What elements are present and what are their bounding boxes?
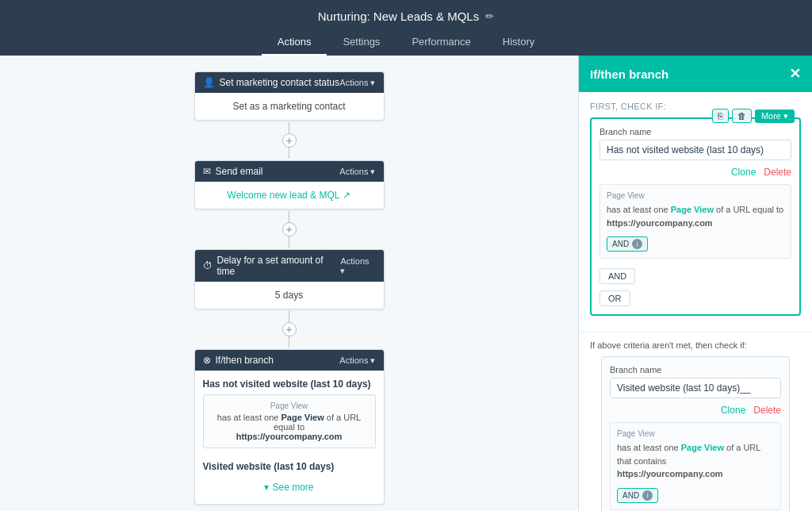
info-icon-2[interactable]: i	[642, 490, 653, 501]
panel-header: If/then branch ✕	[579, 56, 812, 92]
connector-line	[289, 311, 289, 322]
connector-line	[289, 336, 289, 348]
card-marketing-header: 👤 Set marketing contact status Actions ▾	[195, 72, 384, 93]
branch2-filter: Page View has at least one Page View of …	[610, 422, 781, 510]
tab-performance[interactable]: Performance	[396, 29, 486, 56]
branch1-name-label: Branch name	[599, 127, 791, 136]
panel-title: If/then branch	[590, 67, 668, 81]
condition-url: https://yourcompany.com	[236, 432, 343, 441]
second-check-label: If above criteria aren't met, then check…	[590, 340, 801, 350]
filter2-type: Page View	[617, 429, 774, 438]
add-step-btn-3[interactable]: +	[282, 322, 297, 336]
branch1-and-btn[interactable]: AND	[599, 268, 635, 284]
see-more-btn[interactable]: ▾ See more	[203, 477, 376, 496]
copy-icon-btn[interactable]: ⎘	[712, 109, 729, 123]
and-label: AND	[612, 240, 629, 248]
filter1-url: https://yourcompany.com	[607, 218, 713, 228]
close-icon[interactable]: ✕	[789, 65, 801, 83]
card-marketing-label: Set marketing contact status	[220, 77, 339, 88]
external-link-icon: ↗	[343, 190, 350, 201]
filter1-and-row: AND i	[607, 233, 784, 252]
branch2-delete[interactable]: Delete	[753, 405, 781, 416]
card-email-header: ✉ Send email Actions ▾	[195, 161, 384, 182]
card-branch-header: ⊗ If/then branch Actions ▾	[195, 350, 384, 371]
branch2-title: Visited website (last 10 days)	[203, 461, 376, 472]
card-delay: ⏱ Delay for a set amount of time Actions…	[194, 249, 385, 309]
add-step-btn-2[interactable]: +	[282, 222, 297, 236]
second-check-section: If above criteria aren't met, then check…	[579, 332, 812, 511]
connector-line	[289, 236, 289, 248]
card-marketing-text: Set as a marketing contact	[232, 101, 345, 112]
branch1-name-input[interactable]	[599, 140, 791, 160]
branch1-block: ⎘ 🗑 More ▾ Branch name Clone Delete Page…	[590, 117, 801, 316]
card-delay-actions[interactable]: Actions ▾	[340, 256, 375, 276]
card-header-left: 👤 Set marketing contact status	[203, 77, 339, 88]
see-more-label: See more	[272, 482, 313, 493]
add-step-btn-1[interactable]: +	[282, 133, 297, 148]
workflow-canvas: 👤 Set marketing contact status Actions ▾…	[0, 56, 578, 511]
delete-icon-btn[interactable]: 🗑	[732, 109, 752, 123]
card-branch-actions[interactable]: Actions ▾	[339, 355, 375, 366]
chevron-down-icon: ▾	[264, 482, 269, 493]
branch1-filter: Page View has at least one Page View of …	[599, 184, 791, 259]
and-badge-2: AND i	[617, 488, 658, 503]
branch1-or-btn[interactable]: OR	[599, 290, 630, 306]
branch-card-body: Has not visited website (last 10 days) P…	[195, 371, 384, 504]
delay-icon: ⏱	[203, 260, 213, 271]
card-delay-header: ⏱ Delay for a set amount of time Actions…	[195, 250, 384, 282]
card-email-actions[interactable]: Actions ▾	[339, 167, 375, 177]
email-link[interactable]: Welcome new lead & MQL ↗	[203, 190, 376, 201]
branch1-and-btn-row: AND	[599, 263, 791, 284]
filter1-mid: of a URL equal to	[716, 205, 783, 214]
branch2-clone[interactable]: Clone	[721, 405, 745, 416]
if-then-panel: If/then branch ✕ First, check if: ⎘ 🗑 Mo…	[578, 56, 812, 511]
branch-icon: ⊗	[203, 355, 211, 366]
card-marketing-body: Set as a marketing contact	[195, 93, 384, 120]
branch2-name-label: Branch name	[610, 365, 781, 375]
branch1-or-btn-row: OR	[599, 287, 791, 306]
panel-content: First, check if: ⎘ 🗑 More ▾ Branch name …	[579, 92, 812, 511]
info-icon[interactable]: i	[632, 239, 642, 249]
branch1-tools: ⎘ 🗑 More ▾	[712, 109, 795, 123]
edit-icon[interactable]: ✏	[485, 10, 494, 22]
card-marketing-actions[interactable]: Actions ▾	[339, 78, 375, 88]
main-tabs: Actions Settings Performance History	[0, 29, 812, 56]
card-delay-text: 5 days	[275, 290, 303, 301]
card-if-then-branch: ⊗ If/then branch Actions ▾ Has not visit…	[194, 349, 385, 505]
connector-1: +	[282, 122, 297, 159]
filter2-highlight: Page View	[681, 443, 724, 452]
workflow-title: Nurturing: New Leads & MQLs	[318, 10, 479, 23]
email-link-text: Welcome new lead & MQL	[228, 190, 340, 201]
branch2-name-input[interactable]	[610, 378, 781, 398]
card-email-label: Send email	[216, 166, 263, 177]
branch1-condition: Page View has at least one Page View of …	[203, 394, 376, 448]
card-email-body: Welcome new lead & MQL ↗	[195, 182, 384, 209]
filter1-text: has at least one Page View of a URL equa…	[607, 203, 784, 229]
branch2-block: Branch name Clone Delete Page View has a…	[601, 356, 790, 511]
filter1-pre: has at least one	[607, 205, 668, 214]
email-icon: ✉	[203, 166, 211, 177]
branch1-title: Has not visited website (last 10 days)	[203, 378, 376, 390]
filter2-text: has at least one Page View of a URL that…	[617, 441, 774, 481]
branch1-clone[interactable]: Clone	[731, 167, 756, 178]
tab-settings[interactable]: Settings	[327, 29, 396, 56]
and-badge: AND i	[607, 236, 648, 252]
connector-line	[289, 211, 289, 222]
connector-2: +	[282, 211, 297, 248]
main-layout: 👤 Set marketing contact status Actions ▾…	[0, 56, 812, 511]
condition-pre: has at least one	[217, 413, 279, 422]
and-label-2: AND	[622, 491, 639, 500]
card-header-left: ✉ Send email	[203, 166, 263, 177]
connector-3: +	[282, 311, 297, 348]
more-btn[interactable]: More ▾	[755, 110, 795, 123]
header-title-bar: Nurturing: New Leads & MQLs ✏	[0, 10, 812, 29]
branch1-delete[interactable]: Delete	[764, 167, 791, 178]
filter1-type: Page View	[607, 191, 784, 200]
tab-actions[interactable]: Actions	[262, 29, 327, 56]
filter2-and-row: AND i	[617, 485, 774, 503]
connector-line	[289, 122, 289, 133]
card-send-email: ✉ Send email Actions ▾ Welcome new lead …	[194, 160, 385, 209]
user-icon: 👤	[203, 77, 215, 88]
tab-history[interactable]: History	[487, 29, 550, 56]
filter1-highlight: Page View	[671, 205, 714, 214]
